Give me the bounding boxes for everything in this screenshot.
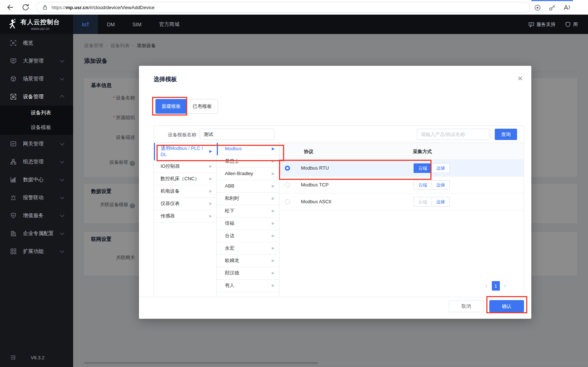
- topology-icon: [10, 159, 16, 165]
- sidebar-item-scene[interactable]: 场景管理: [0, 70, 73, 88]
- nav-item-sim[interactable]: SIM: [124, 15, 150, 34]
- collapse-sidebar-icon[interactable]: [10, 355, 16, 360]
- chevron-down-icon: [60, 141, 64, 145]
- screen-icon: [10, 58, 16, 64]
- protocol-radio[interactable]: [285, 199, 290, 204]
- edge-collect-button[interactable]: 边缘: [431, 180, 450, 190]
- arrow-right-icon: ▶: [209, 149, 212, 154]
- collect-column-header: 采集方式: [413, 148, 432, 155]
- sidebar-subitem[interactable]: 设备模板: [0, 120, 73, 135]
- sidebar-item-datacenter[interactable]: 数据中心: [0, 171, 73, 189]
- brand-item[interactable]: Allen-Bradley▶: [217, 168, 279, 180]
- brand-item[interactable]: Modbus▶: [217, 143, 279, 155]
- protocol-name: Modbus RTU: [301, 165, 329, 171]
- browser-tab-accent: [531, 0, 573, 1]
- category-item[interactable]: 通用Modbus / PLC / DL▶: [154, 143, 216, 160]
- arrow-right-icon: ▶: [272, 234, 275, 238]
- browser-refresh-icon[interactable]: [21, 3, 30, 12]
- brand-item[interactable]: 郎汉德▶: [217, 267, 279, 280]
- tab-existing-template[interactable]: 已有模板: [187, 99, 218, 114]
- category-item[interactable]: 仪器仪表▶: [154, 198, 216, 210]
- sidebar-item-device[interactable]: 设备管理: [0, 88, 73, 106]
- category-item[interactable]: 数控机床（CNC）▶: [154, 173, 216, 185]
- protocol-name: Modbus ASCII: [301, 199, 331, 204]
- sidebar-item-enterprise[interactable]: 企业专属配置: [0, 224, 73, 242]
- user-center-link[interactable]: 用: [565, 21, 578, 28]
- protocol-row[interactable]: Modbus RTU云端边缘: [279, 160, 524, 177]
- chevron-down-icon: [60, 195, 64, 199]
- arrow-right-icon: ▶: [272, 209, 275, 213]
- nav-item-iot[interactable]: IoT: [73, 15, 98, 34]
- brand-item[interactable]: 基恩士▶: [217, 155, 279, 168]
- app-subtitle: www.usr.cn: [31, 27, 50, 31]
- protocol-radio[interactable]: [285, 182, 290, 188]
- protocol-row[interactable]: Modbus TCP云端边缘: [279, 177, 524, 193]
- brand-item[interactable]: 台达▶: [217, 230, 279, 242]
- lock-icon: [42, 4, 48, 10]
- brand-item[interactable]: 和利时▶: [217, 193, 279, 205]
- category-item[interactable]: 传感器▶: [154, 210, 216, 223]
- app-logo[interactable]: 有人云控制台 www.usr.cn: [0, 15, 73, 34]
- url-text: https://mp.usr.cn/#/cloud/device/ViewAdd…: [52, 5, 155, 10]
- chevron-down-icon: [60, 231, 64, 235]
- nav-item-dm[interactable]: DM: [98, 15, 124, 34]
- read-aloud-icon[interactable]: [562, 3, 570, 11]
- select-template-modal: 选择模板 ✕ 新建模板已有模板 设备模板名称 查询 通用Modbus / PLC…: [139, 66, 531, 319]
- close-icon[interactable]: ✕: [517, 75, 523, 83]
- shield-icon: [565, 22, 571, 27]
- next-page-icon[interactable]: ›: [504, 283, 506, 289]
- brand-item[interactable]: 倍福▶: [217, 217, 279, 230]
- enterprise-icon: [10, 230, 16, 237]
- prev-page-icon[interactable]: ‹: [485, 283, 487, 289]
- arrow-right-icon: ▶: [272, 258, 275, 263]
- brand-item[interactable]: 有人▶: [217, 280, 279, 292]
- sidebar-item-value[interactable]: 增值服务: [0, 207, 73, 224]
- brand-item[interactable]: ABB▶: [217, 180, 279, 193]
- sidebar-item-gateway[interactable]: 网关管理: [0, 135, 73, 153]
- brand-item[interactable]: 欧姆龙▶: [217, 255, 279, 267]
- nav-item-官方商城[interactable]: 官方商城: [150, 15, 188, 34]
- password-key-icon[interactable]: [548, 3, 556, 11]
- brand-item[interactable]: 永宏▶: [217, 242, 279, 255]
- service-support-link[interactable]: 服务支持: [528, 21, 555, 28]
- arrow-right-icon: ▶: [209, 189, 212, 194]
- sidebar-item-overview[interactable]: 概览: [0, 34, 73, 52]
- address-bar[interactable]: https://mp.usr.cn/#/cloud/device/ViewAdd…: [36, 2, 530, 13]
- cloud-collect-button[interactable]: 云端: [414, 180, 432, 190]
- protocol-radio[interactable]: [285, 166, 290, 171]
- gateway-icon: [10, 141, 16, 147]
- sidebar-item-extend[interactable]: 扩展功能: [0, 242, 73, 260]
- cancel-button[interactable]: 取消: [449, 300, 484, 312]
- protocol-search-input[interactable]: [417, 129, 490, 140]
- brand-item[interactable]: 松下▶: [217, 205, 279, 217]
- top-nav: IoTDMSIM官方商城: [73, 15, 188, 34]
- sidebar-item-screen[interactable]: 大屏管理: [0, 52, 73, 70]
- arrow-right-icon: ▶: [209, 201, 212, 206]
- send-to-device-icon[interactable]: [533, 3, 541, 11]
- edge-collect-button[interactable]: 边缘: [431, 197, 450, 207]
- edge-collect-button[interactable]: 边缘: [431, 163, 450, 173]
- cloud-collect-button[interactable]: 云端: [414, 197, 432, 207]
- selector-body: 通用Modbus / PLC / DL▶IO控制器▶数控机床（CNC）▶机电设备…: [154, 143, 524, 297]
- tab-new-template[interactable]: 新建模板: [155, 99, 187, 114]
- arrow-right-icon: ▶: [272, 283, 275, 288]
- confirm-button[interactable]: 确认: [489, 300, 524, 312]
- browser-toolbar: https://mp.usr.cn/#/cloud/device/ViewAdd…: [0, 0, 588, 15]
- template-name-row: 设备模板名称 查询: [154, 126, 524, 143]
- category-item[interactable]: IO控制器▶: [154, 160, 216, 173]
- cloud-collect-button[interactable]: 云端: [414, 163, 432, 173]
- template-name-input[interactable]: [200, 129, 274, 140]
- browser-back-icon[interactable]: [6, 3, 15, 12]
- sidebar-item-topology[interactable]: 组态管理: [0, 153, 73, 171]
- value-icon: [10, 212, 16, 219]
- page-number[interactable]: 1: [492, 281, 500, 291]
- search-button[interactable]: 查询: [495, 129, 517, 140]
- sidebar-item-alarm[interactable]: 报警联动: [0, 189, 73, 207]
- template-name-label: 设备模板名称: [168, 132, 196, 138]
- protocol-table-header: 协议 采集方式: [279, 143, 524, 160]
- protocol-row[interactable]: Modbus ASCII云端边缘: [279, 193, 524, 210]
- chevron-down-icon: [60, 177, 64, 181]
- modal-footer: 取消 确认: [139, 297, 531, 319]
- sidebar-subitem[interactable]: 设备列表: [0, 106, 73, 120]
- category-item[interactable]: 机电设备▶: [154, 185, 216, 198]
